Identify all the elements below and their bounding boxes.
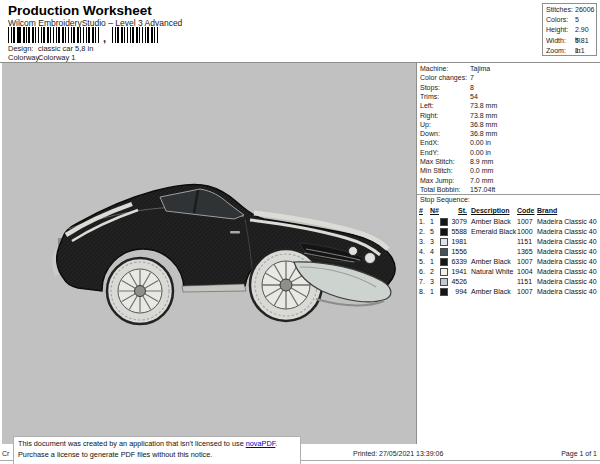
machine-info-value: Tajima: [470, 64, 490, 73]
row-number: 1.: [419, 217, 425, 226]
row-number: 7.: [419, 277, 425, 286]
machine-info-value: 0.0 mm: [470, 166, 493, 175]
thread-code: 1007: [517, 257, 533, 266]
needle-number: 4: [430, 247, 434, 256]
needle-number: 3: [430, 277, 434, 286]
machine-info-value: 0.00 in: [470, 148, 491, 157]
stop-sequence-row: 7.345261151Madeira Classic 40: [0, 277, 599, 287]
thread-brand: Madeira Classic 40: [537, 227, 597, 236]
production-worksheet-page: Production Worksheet Wilcom EmbroiderySt…: [0, 0, 600, 464]
stitch-count: 3079: [446, 217, 467, 226]
thread-code: 1365: [517, 247, 533, 256]
machine-info-label: Up:: [420, 120, 431, 129]
machine-info-label: EndY:: [420, 148, 439, 157]
thread-code: 1007: [517, 217, 533, 226]
thread-code: 1151: [517, 277, 532, 286]
machine-info-row: Max Stitch:8.9 mm: [420, 157, 598, 166]
stop-sequence-row: 3.319811151Madeira Classic 40: [0, 237, 599, 247]
stitch-count: 1941: [446, 267, 467, 276]
row-number: 5.: [419, 257, 425, 266]
thread-code: 1004: [517, 267, 533, 276]
needle-number: 5: [430, 227, 434, 236]
col-header-description: Description: [471, 206, 510, 215]
stop-sequence-row: 6.21941Natural White1004Madeira Classic …: [0, 267, 599, 277]
row-number: 8.: [419, 287, 425, 296]
stat-label: Colors:: [546, 15, 568, 25]
barcode-group-1: [8, 27, 100, 43]
machine-info-label: Max Stitch:: [420, 157, 455, 166]
machine-info-row: Min Stitch:0.0 mm: [420, 166, 598, 175]
machine-info-value: 157.04ft: [470, 185, 495, 194]
machine-info-value: 73.8 mm: [470, 101, 497, 110]
stat-label: Width:: [546, 36, 566, 46]
thread-code: 1000: [517, 227, 533, 236]
thread-description: Emerald Black: [471, 227, 516, 236]
stat-row-width: Width: 5.81 in: [546, 36, 596, 46]
machine-info-value: 36.8 mm: [470, 129, 497, 138]
stat-row-zoom: Zoom: 1:1: [546, 46, 596, 56]
machine-info-value: 54: [470, 92, 478, 101]
col-header-stitches: St.: [446, 206, 467, 215]
thread-brand: Madeira Classic 40: [537, 267, 597, 276]
notice-line-1: This document was created by an applicat…: [18, 439, 300, 450]
machine-info-row: Color changes:7: [420, 73, 598, 82]
machine-info-row: Trims:54: [420, 92, 598, 101]
machine-info-row: EndX:0.00 in: [420, 138, 598, 147]
col-header-code: Code: [517, 206, 535, 215]
stop-sequence-title: Stop Sequence:: [420, 196, 470, 203]
machine-info-label: Total Bobbin:: [420, 185, 460, 194]
stitch-count: 4526: [446, 277, 467, 286]
page-title: Production Worksheet: [8, 3, 152, 18]
thread-description: Amber Black: [471, 217, 511, 226]
machine-info-label: Down:: [420, 129, 440, 138]
thread-description: Amber Black: [471, 287, 511, 296]
machine-info-value: 8: [470, 83, 474, 92]
machine-info-label: Color changes:: [420, 73, 467, 82]
design-label: Design:: [8, 44, 33, 53]
machine-info-row: Total Bobbin:157.04ft: [420, 185, 598, 194]
novapdf-link[interactable]: novaPDF: [246, 439, 276, 448]
barcode: ,: [8, 27, 158, 43]
thread-description: Natural White: [471, 267, 513, 276]
barcode-separator: ,: [103, 32, 106, 44]
stat-row-height: Height: 2.90 in: [546, 25, 596, 35]
col-header-number: #: [419, 206, 423, 215]
stop-sequence-divider: [417, 194, 600, 195]
machine-info-label: Right:: [420, 111, 438, 120]
row-number: 3.: [419, 237, 425, 246]
stitch-count: 5588: [446, 227, 467, 236]
stat-label: Height:: [546, 25, 568, 35]
machine-info-label: Stops:: [420, 83, 440, 92]
stat-value: 1:1: [575, 46, 585, 56]
colorway-label: Colorway:: [8, 53, 41, 62]
machine-info-row: Up:36.8 mm: [420, 120, 598, 129]
needle-number: 2: [430, 267, 434, 276]
novapdf-license-notice: This document was created by an applicat…: [13, 436, 301, 464]
thread-brand: Madeira Classic 40: [537, 257, 597, 266]
thread-code: 1007: [517, 287, 533, 296]
machine-info-value: 0.00 in: [470, 138, 491, 147]
stat-value: 5: [575, 15, 579, 25]
stitch-count: 1981: [446, 237, 467, 246]
stat-value: 26006: [575, 5, 594, 15]
machine-info-label: Left:: [420, 101, 434, 110]
needle-number: 1: [430, 287, 434, 296]
stitch-count: 994: [446, 287, 467, 296]
col-header-needle: N#: [430, 206, 439, 215]
stop-sequence-row: 4.415561365Madeira Classic 40: [0, 247, 599, 257]
machine-info-label: Max Jump:: [420, 176, 454, 185]
machine-info-row: Machine:Tajima: [420, 64, 598, 73]
machine-info-value: 7: [470, 73, 474, 82]
stop-sequence-row: 8.1994Amber Black1007Madeira Classic 40: [0, 287, 599, 297]
stat-row-colors: Colors: 5: [546, 15, 596, 25]
col-header-brand: Brand: [537, 206, 557, 215]
machine-info-row: Stops:8: [420, 83, 598, 92]
thread-brand: Madeira Classic 40: [537, 217, 597, 226]
barcode-group-2: [112, 27, 158, 43]
machine-info-value: 8.9 mm: [470, 157, 493, 166]
machine-info-value: 36.8 mm: [470, 120, 497, 129]
stop-sequence-row: 2.55588Emerald Black1000Madeira Classic …: [0, 227, 599, 237]
machine-info-value: 73.8 mm: [470, 111, 497, 120]
notice-line-2: Purchase a license to generate PDF files…: [18, 450, 300, 461]
stop-sequence-row: 1.13079Amber Black1007Madeira Classic 40: [0, 217, 599, 227]
